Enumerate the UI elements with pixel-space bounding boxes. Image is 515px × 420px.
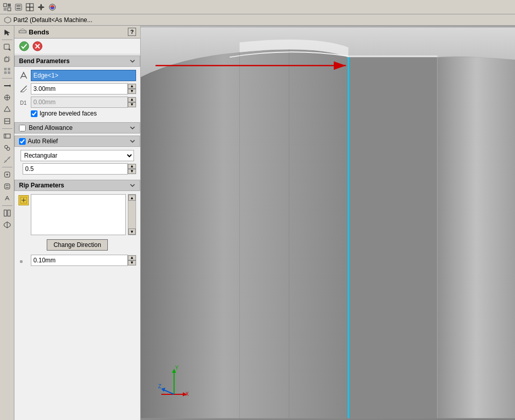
offset-spin-up[interactable]: ▲ bbox=[128, 97, 136, 102]
left-icon-10[interactable] bbox=[2, 193, 13, 204]
left-icon-12[interactable] bbox=[2, 219, 13, 231]
bend-allowance-collapse-icon bbox=[129, 125, 136, 131]
relief-ratio-spin-up[interactable]: ▲ bbox=[128, 164, 136, 169]
left-icon-strip bbox=[0, 26, 14, 420]
depth-spin-up[interactable]: ▲ bbox=[128, 84, 136, 89]
cancel-button[interactable] bbox=[32, 41, 43, 52]
left-icon-sep-2 bbox=[2, 78, 12, 79]
svg-point-41 bbox=[5, 160, 7, 162]
gap-input[interactable] bbox=[31, 255, 128, 266]
svg-rect-24 bbox=[4, 68, 7, 70]
svg-text:Y: Y bbox=[175, 365, 179, 371]
help-button[interactable]: ? bbox=[128, 28, 136, 36]
offset-spin-down[interactable]: ▼ bbox=[128, 102, 136, 107]
toolbar-icon-3[interactable] bbox=[25, 2, 35, 12]
left-icon-8[interactable] bbox=[2, 169, 13, 180]
svg-rect-10 bbox=[30, 7, 33, 11]
axes-indicator: Y X Z bbox=[156, 364, 187, 394]
depth-input[interactable] bbox=[31, 83, 128, 94]
auto-relief-checkbox[interactable] bbox=[19, 138, 26, 145]
bend-parameters-header[interactable]: Bend Parameters bbox=[14, 55, 140, 67]
svg-rect-53 bbox=[19, 31, 26, 33]
left-icon-3[interactable] bbox=[2, 104, 13, 115]
left-icon-7[interactable] bbox=[2, 154, 13, 165]
depth-spin-down[interactable]: ▼ bbox=[128, 89, 136, 94]
left-icon-1[interactable] bbox=[2, 80, 13, 91]
bend-allowance-checkbox[interactable] bbox=[19, 125, 26, 131]
svg-rect-23 bbox=[6, 56, 10, 61]
edge-input[interactable] bbox=[31, 70, 136, 81]
panel-header: Bends ? bbox=[14, 26, 140, 39]
ok-button[interactable] bbox=[18, 41, 30, 52]
relief-ratio-input-wrap: ▲ ▼ bbox=[23, 163, 136, 175]
svg-rect-25 bbox=[8, 68, 10, 70]
toolbar-icon-5[interactable] bbox=[47, 2, 58, 12]
rip-scrollbar: ▲ ▼ bbox=[128, 194, 136, 235]
ignore-beveled-checkbox[interactable] bbox=[31, 110, 37, 117]
bend-allowance-label: Bend Allowance bbox=[29, 124, 72, 131]
relief-ratio-input[interactable] bbox=[23, 163, 128, 175]
relief-type-row: Rectangular Obround Tear bbox=[18, 150, 136, 161]
bend-allowance-header[interactable]: Bend Allowance bbox=[14, 122, 140, 133]
left-icon-2[interactable] bbox=[2, 92, 13, 103]
part-title-bar: Part2 (Default<As Machine... bbox=[0, 14, 515, 26]
offset-spinners: ▲ ▼ bbox=[128, 97, 136, 107]
left-icon-sep-4 bbox=[2, 167, 12, 167]
change-direction-button[interactable]: Change Direction bbox=[47, 239, 108, 251]
left-icon-9[interactable] bbox=[2, 181, 13, 192]
svg-marker-13 bbox=[40, 4, 42, 6]
offset-input-row: D1 ▲ ▼ bbox=[18, 97, 136, 108]
svg-point-42 bbox=[8, 157, 10, 159]
gap-spinners: ▲ ▼ bbox=[128, 255, 136, 265]
rip-collapse-icon bbox=[129, 182, 136, 188]
svg-text:⊗: ⊗ bbox=[20, 259, 23, 264]
rip-add-button[interactable] bbox=[18, 195, 29, 205]
relief-type-dropdown[interactable]: Rectangular Obround Tear bbox=[21, 150, 134, 161]
left-icon-sep-1 bbox=[2, 40, 12, 40]
left-icon-6[interactable] bbox=[2, 142, 13, 154]
toolbar-icon-1[interactable] bbox=[2, 2, 12, 12]
svg-marker-19 bbox=[5, 30, 10, 35]
svg-marker-14 bbox=[42, 6, 44, 8]
relief-ratio-row: ▲ ▼ bbox=[18, 163, 136, 175]
toolbar-icon-4[interactable] bbox=[36, 2, 46, 12]
gap-spin-up[interactable]: ▲ bbox=[128, 255, 136, 260]
auto-relief-header[interactable]: Auto Relief bbox=[14, 136, 140, 147]
depth-input-row: ▲ ▼ bbox=[18, 83, 136, 94]
svg-rect-2 bbox=[4, 8, 7, 11]
relief-ratio-spinners: ▲ ▼ bbox=[128, 164, 136, 174]
left-icon-rotate[interactable] bbox=[2, 53, 13, 65]
top-toolbar bbox=[0, 0, 515, 14]
left-icon-pan[interactable] bbox=[2, 65, 13, 77]
svg-marker-15 bbox=[40, 8, 42, 10]
left-icon-zoom[interactable] bbox=[2, 42, 13, 53]
toolbar-icon-2[interactable] bbox=[13, 2, 24, 12]
left-icon-4[interactable] bbox=[2, 116, 13, 127]
svg-rect-68 bbox=[437, 57, 515, 418]
svg-marker-16 bbox=[38, 6, 40, 8]
gap-spin-down[interactable]: ▼ bbox=[128, 260, 136, 265]
panel-toolbar bbox=[14, 39, 140, 54]
auto-relief-collapse-icon bbox=[129, 138, 136, 144]
offset-input-wrap: ▲ ▼ bbox=[31, 97, 136, 108]
svg-rect-22 bbox=[5, 58, 9, 62]
svg-rect-26 bbox=[4, 71, 7, 74]
svg-rect-49 bbox=[4, 210, 7, 216]
left-icon-sep-5 bbox=[2, 205, 12, 206]
offset-input[interactable] bbox=[31, 97, 128, 108]
rip-parameters-header[interactable]: Rip Parameters bbox=[14, 180, 140, 191]
rip-scroll-down[interactable]: ▼ bbox=[128, 228, 136, 235]
bends-icon bbox=[18, 28, 27, 36]
rip-scroll-up[interactable]: ▲ bbox=[128, 195, 136, 201]
svg-rect-5 bbox=[16, 5, 21, 7]
svg-text:X: X bbox=[185, 391, 189, 397]
left-icon-11[interactable] bbox=[2, 207, 13, 219]
toolbar-icons bbox=[2, 2, 58, 12]
collapse-icon bbox=[129, 58, 136, 64]
svg-marker-33 bbox=[4, 106, 10, 111]
left-icon-5[interactable] bbox=[2, 130, 13, 142]
relief-ratio-spin-down[interactable]: ▼ bbox=[128, 169, 136, 174]
panel-title: Bends bbox=[18, 28, 49, 36]
left-icon-select[interactable] bbox=[2, 27, 13, 38]
rip-gap-content: ⊗ ▲ ▼ bbox=[14, 253, 140, 270]
